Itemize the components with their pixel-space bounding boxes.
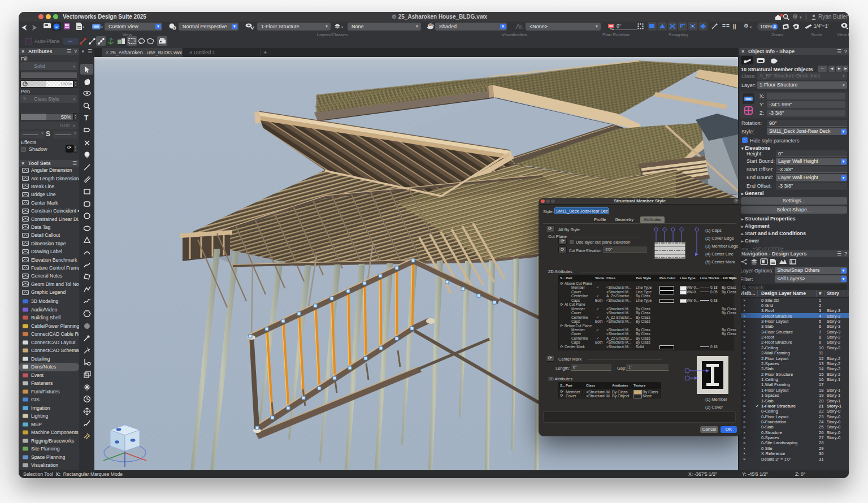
svg-text:T: T (84, 114, 89, 122)
